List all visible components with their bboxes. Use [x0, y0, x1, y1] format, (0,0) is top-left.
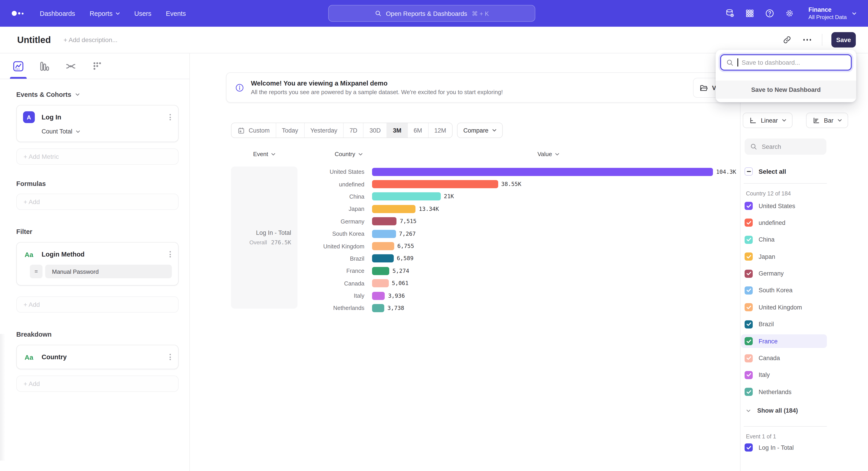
country-checkbox-row[interactable]: Brazil	[741, 317, 827, 331]
country-checkbox[interactable]	[745, 371, 753, 379]
add-breakdown-button[interactable]: + Add	[16, 376, 179, 392]
select-all-row[interactable]: Select all	[745, 168, 786, 176]
compare-button[interactable]: Compare	[457, 123, 503, 138]
metric-event-name[interactable]: Log In	[41, 114, 61, 121]
range-yesterday[interactable]: Yesterday	[305, 123, 344, 138]
save-button[interactable]: Save	[831, 32, 856, 48]
country-checkbox[interactable]	[745, 337, 753, 345]
country-checkbox-row[interactable]: China	[741, 233, 827, 246]
mixpanel-logo[interactable]	[12, 11, 24, 16]
range-custom[interactable]: Custom	[231, 123, 276, 138]
country-checkbox[interactable]	[745, 286, 753, 295]
country-checkbox[interactable]	[745, 202, 753, 210]
country-checkbox[interactable]	[745, 354, 753, 362]
filter-kebab-menu[interactable]	[168, 250, 172, 258]
filter-operator[interactable]: =	[30, 265, 42, 278]
bar-segment[interactable]	[372, 279, 389, 287]
range-7d[interactable]: 7D	[344, 123, 364, 138]
range-30d[interactable]: 30D	[364, 123, 387, 138]
mixpanel-insights-page: Dashboards Reports Users Events Open Rep…	[0, 0, 868, 471]
scale-selector[interactable]: Linear	[743, 113, 792, 128]
bar-segment[interactable]	[372, 193, 441, 201]
chart-row: Japan13.34K	[298, 203, 740, 215]
country-checkbox-row[interactable]: Germany	[741, 267, 827, 280]
bar-segment[interactable]	[372, 255, 394, 263]
filter-card[interactable]: Aa Login Method = Manual Password	[16, 242, 179, 286]
segment-search-input[interactable]: Search	[745, 139, 827, 155]
chart-type-selector[interactable]: Bar	[806, 113, 848, 128]
country-checkbox[interactable]	[745, 219, 753, 227]
metric-kebab-menu[interactable]	[168, 113, 172, 121]
bar-segment[interactable]	[372, 242, 394, 250]
country-label: Japan	[298, 206, 364, 212]
nav-events[interactable]: Events	[166, 10, 186, 17]
copy-link-icon[interactable]	[782, 35, 792, 45]
bar-segment[interactable]	[372, 304, 384, 312]
event-checkbox[interactable]	[745, 443, 753, 451]
tab-flows[interactable]	[65, 60, 77, 72]
country-checkbox-row[interactable]: United States	[741, 199, 827, 213]
range-today[interactable]: Today	[276, 123, 305, 138]
country-checkbox[interactable]	[745, 236, 753, 244]
overall-label: Overall	[249, 239, 267, 246]
save-dashboard-search-input[interactable]: Save to dashboard...	[720, 54, 852, 70]
events-cohorts-section[interactable]: Events & Cohorts	[16, 91, 179, 98]
select-all-checkbox[interactable]	[745, 168, 753, 176]
bar-segment[interactable]	[372, 168, 713, 176]
breakdown-property-name[interactable]: Country	[41, 353, 67, 361]
global-search[interactable]: Open Reports & Dashboards ⌘ + K	[328, 5, 535, 22]
nav-dashboards[interactable]: Dashboards	[40, 10, 75, 17]
bar-segment[interactable]	[372, 230, 396, 238]
filter-property-name[interactable]: Login Method	[41, 251, 85, 258]
bar-segment[interactable]	[372, 205, 416, 213]
event-column-header[interactable]: Event	[231, 151, 298, 157]
range-3m-active[interactable]: 3M	[387, 123, 408, 138]
country-checkbox-row[interactable]: Italy	[741, 368, 827, 382]
breakdown-kebab-menu[interactable]	[168, 353, 172, 361]
add-formula-button[interactable]: + Add	[16, 194, 179, 210]
tab-funnels[interactable]	[38, 60, 51, 72]
add-description[interactable]: + Add description...	[64, 36, 118, 43]
data-management-icon[interactable]	[725, 8, 735, 18]
add-metric-button[interactable]: + Add Metric	[16, 148, 179, 165]
chart-row: Germany7,515	[298, 215, 740, 228]
country-checkbox[interactable]	[745, 388, 753, 396]
range-6m[interactable]: 6M	[408, 123, 429, 138]
country-checkbox[interactable]	[745, 253, 753, 261]
show-all-button[interactable]: Show all (184)	[746, 407, 798, 414]
breakdown-card[interactable]: Aa Country	[16, 345, 179, 369]
metric-card[interactable]: A Log In Count Total	[16, 105, 179, 142]
bar-segment[interactable]	[372, 267, 389, 275]
country-checkbox-row[interactable]: Canada	[741, 351, 827, 365]
apps-grid-icon[interactable]	[745, 8, 755, 18]
tab-retention[interactable]	[91, 60, 103, 72]
country-checkbox[interactable]	[745, 303, 753, 312]
country-checkbox-row[interactable]: France	[741, 334, 827, 348]
country-checkbox-row[interactable]: South Korea	[741, 284, 827, 297]
add-filter-button[interactable]: + Add	[16, 296, 179, 313]
nav-users[interactable]: Users	[134, 10, 151, 17]
bar-segment[interactable]	[372, 292, 385, 300]
nav-reports[interactable]: Reports	[90, 10, 120, 17]
tab-insights[interactable]	[12, 60, 24, 72]
settings-gear-icon[interactable]	[785, 8, 795, 18]
more-actions-button[interactable]	[803, 39, 811, 41]
save-to-new-dashboard-item[interactable]: Save to New Dashboard	[716, 81, 856, 99]
country-checkbox[interactable]	[745, 320, 753, 328]
bar-segment[interactable]	[372, 217, 397, 226]
country-checkbox-row[interactable]: undefined	[741, 216, 827, 230]
bar-segment[interactable]	[372, 180, 498, 188]
event-checkbox-row[interactable]: Log In - Total	[745, 443, 794, 451]
country-checkbox[interactable]	[745, 269, 753, 277]
aggregation-selector[interactable]: Count Total	[41, 128, 172, 135]
help-icon[interactable]	[765, 8, 775, 18]
bar-value-label: 5,061	[392, 280, 408, 286]
project-switcher[interactable]: Finance All Project Data	[809, 6, 857, 20]
range-12m[interactable]: 12M	[428, 123, 452, 138]
country-checkbox-row[interactable]: United Kingdom	[741, 301, 827, 314]
filter-value[interactable]: Manual Password	[45, 265, 172, 278]
value-column-header[interactable]: Value	[372, 151, 725, 157]
report-title[interactable]: Untitled	[17, 35, 51, 45]
country-checkbox-row[interactable]: Netherlands	[741, 385, 827, 399]
country-checkbox-row[interactable]: Japan	[741, 250, 827, 263]
